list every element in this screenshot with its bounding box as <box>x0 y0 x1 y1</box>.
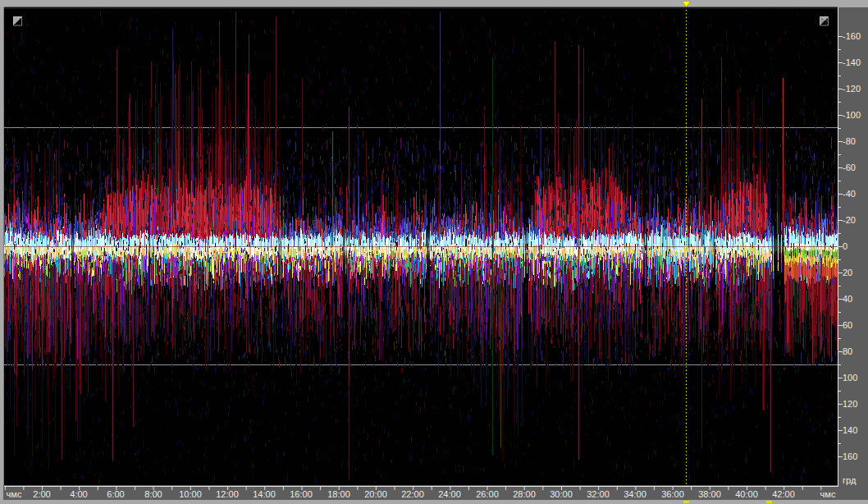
svg-text:22:00: 22:00 <box>401 489 424 499</box>
svg-text:-20: -20 <box>843 215 856 225</box>
svg-text:40: 40 <box>843 294 852 304</box>
svg-text:36:00: 36:00 <box>661 489 684 499</box>
svg-text:16:00: 16:00 <box>290 489 313 499</box>
svg-text:-140: -140 <box>843 57 861 67</box>
svg-text:100: 100 <box>843 373 857 383</box>
svg-text:12:00: 12:00 <box>216 489 239 499</box>
svg-text:160: 160 <box>843 451 857 461</box>
svg-text:26:00: 26:00 <box>476 489 499 499</box>
svg-text:6:00: 6:00 <box>107 489 124 499</box>
svg-text:14:00: 14:00 <box>253 489 276 499</box>
svg-text:-80: -80 <box>843 136 856 146</box>
svg-text:2:00: 2:00 <box>33 489 50 499</box>
svg-text:10:00: 10:00 <box>179 489 202 499</box>
svg-text:18:00: 18:00 <box>327 489 350 499</box>
svg-text:-60: -60 <box>843 163 856 172</box>
svg-text:24:00: 24:00 <box>438 489 461 499</box>
svg-text:4:00: 4:00 <box>70 489 87 499</box>
svg-text:-100: -100 <box>843 110 861 120</box>
svg-text:60: 60 <box>843 320 852 330</box>
svg-text:34:00: 34:00 <box>624 489 646 499</box>
svg-text:чмс: чмс <box>820 489 836 499</box>
svg-text:20:00: 20:00 <box>364 489 387 499</box>
svg-text:32:00: 32:00 <box>587 489 610 499</box>
svg-text:-120: -120 <box>843 84 861 94</box>
svg-text:42:00: 42:00 <box>772 489 795 499</box>
svg-text:28:00: 28:00 <box>513 489 536 499</box>
svg-text:80: 80 <box>843 346 852 356</box>
svg-text:-40: -40 <box>843 189 856 199</box>
svg-text:140: 140 <box>843 425 857 435</box>
svg-text:40:00: 40:00 <box>735 489 758 499</box>
svg-text:120: 120 <box>843 399 857 409</box>
svg-text:грд: грд <box>843 475 857 485</box>
svg-text:чмс: чмс <box>7 489 22 499</box>
svg-text:0: 0 <box>843 241 847 251</box>
svg-text:38:00: 38:00 <box>698 489 721 499</box>
svg-text:30:00: 30:00 <box>550 489 573 499</box>
svg-text:8:00: 8:00 <box>144 489 162 499</box>
svg-text:-160: -160 <box>843 31 861 41</box>
svg-text:20: 20 <box>843 268 852 277</box>
